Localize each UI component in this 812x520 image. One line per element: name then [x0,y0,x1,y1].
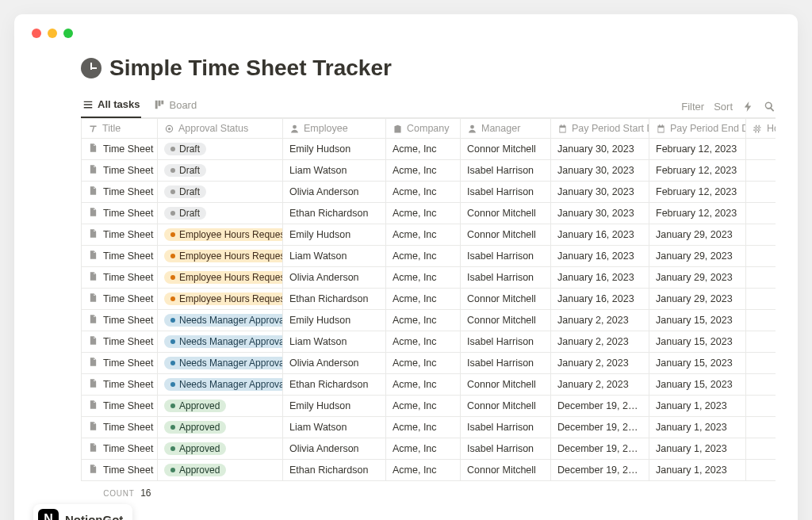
page-icon [88,143,98,155]
end-date-cell: January 29, 2023 [649,246,746,267]
approval-cell[interactable]: Draft [158,160,283,182]
sort-button[interactable]: Sort [714,101,733,113]
start-date-cell: December 19, 2022 [551,438,649,460]
table-row[interactable]: Time SheetNeeds Manager ApprovalLiam Wat… [82,331,776,353]
automations-button[interactable] [742,101,754,113]
hours-cell [746,396,776,417]
table-row[interactable]: Time SheetApprovedEthan RichardsonAcme, … [82,460,776,481]
row-title-text: Time Sheet [103,336,153,347]
manager-cell: Isabel Harrison [461,267,551,289]
row-title-text: Time Sheet [103,272,153,283]
status-label: Employee Hours Requested [179,229,283,240]
approval-cell[interactable]: Approved [158,438,283,460]
col-header-employee[interactable]: Employee [283,119,386,139]
approval-cell[interactable]: Draft [158,139,283,160]
svg-point-3 [470,124,474,128]
approval-cell[interactable]: Needs Manager Approval [158,331,283,353]
table-row[interactable]: Time SheetEmployee Hours RequestedLiam W… [82,246,776,267]
row-title-text: Time Sheet [103,443,153,454]
tab-all-tasks[interactable]: All tasks [81,94,141,118]
approval-cell[interactable]: Draft [158,203,283,224]
row-title-cell: Time Sheet [88,185,151,198]
status-pill: Approved [164,464,226,476]
page-icon [88,357,98,369]
table-row[interactable]: Time SheetDraftLiam WatsonAcme, IncIsabe… [82,160,776,182]
status-dot-icon [170,361,175,365]
manager-cell: Connor Mitchell [461,460,551,481]
search-button[interactable] [764,101,776,113]
col-header-title[interactable]: Title [82,119,158,139]
count-value: 16 [140,488,151,499]
status-pill: Draft [164,143,206,155]
manager-cell: Isabel Harrison [461,417,551,438]
employee-cell: Emily Hudson [283,310,386,331]
company-cell: Acme, Inc [386,374,461,396]
hours-cell [746,246,776,267]
brand-badge[interactable]: N NotionGot [33,504,132,520]
col-header-start-date[interactable]: Pay Period Start Date [551,119,649,139]
status-label: Approved [179,422,220,433]
table-row[interactable]: Time SheetNeeds Manager ApprovalEthan Ri… [82,374,776,396]
table-row[interactable]: Time SheetDraftEmily HudsonAcme, IncConn… [82,139,776,160]
approval-cell[interactable]: Employee Hours Requested [158,246,283,267]
table-row[interactable]: Time SheetNeeds Manager ApprovalOlivia A… [82,353,776,374]
close-icon[interactable] [32,29,41,38]
col-header-manager[interactable]: Manager [461,119,551,139]
approval-cell[interactable]: Needs Manager Approval [158,310,283,331]
approval-cell[interactable]: Approved [158,417,283,438]
approval-cell[interactable]: Employee Hours Requested [158,289,283,310]
status-label: Needs Manager Approval [179,315,283,326]
table-row[interactable]: Time SheetDraftEthan RichardsonAcme, Inc… [82,203,776,224]
minimize-icon[interactable] [48,29,57,38]
page-icon [88,292,98,305]
hours-cell [746,182,776,203]
maximize-icon[interactable] [63,29,73,38]
manager-cell: Isabel Harrison [461,160,551,182]
brand-name: NotionGot [65,513,123,521]
table-row[interactable]: Time SheetDraftOlivia AndersonAcme, IncI… [82,182,776,203]
col-header-hours[interactable]: Hours Wor [746,119,776,139]
page-icon [88,250,98,262]
number-icon [753,124,763,134]
manager-cell: Isabel Harrison [461,182,551,203]
table-row[interactable]: Time SheetEmployee Hours RequestedEthan … [82,289,776,310]
company-cell: Acme, Inc [386,310,461,331]
col-header-company[interactable]: Company [386,119,461,139]
table-row[interactable]: Time SheetApprovedEmily HudsonAcme, IncC… [82,396,776,417]
row-title-cell: Time Sheet [88,421,151,434]
table-row[interactable]: Time SheetEmployee Hours RequestedOlivia… [82,267,776,289]
end-date-cell: February 12, 2023 [649,203,746,224]
employee-cell: Ethan Richardson [283,460,386,481]
bolt-icon [742,101,754,113]
col-header-end-date[interactable]: Pay Period End Date [649,119,746,139]
approval-cell[interactable]: Needs Manager Approval [158,374,283,396]
status-pill: Draft [164,164,206,177]
col-header-approval[interactable]: Approval Status [158,119,283,139]
end-date-cell: January 15, 2023 [649,331,746,353]
row-title-cell: Time Sheet [88,464,151,476]
company-cell: Acme, Inc [386,353,461,374]
tab-board[interactable]: Board [152,94,198,117]
table-row[interactable]: Time SheetNeeds Manager ApprovalEmily Hu… [82,310,776,331]
status-dot-icon [170,403,175,408]
status-pill: Employee Hours Requested [164,292,283,305]
table-row[interactable]: Time SheetApprovedOlivia AndersonAcme, I… [82,438,776,460]
end-date-cell: February 12, 2023 [649,182,746,203]
filter-button[interactable]: Filter [681,101,704,113]
approval-cell[interactable]: Employee Hours Requested [158,267,283,289]
manager-cell: Isabel Harrison [461,438,551,460]
row-title-cell: Time Sheet [88,250,151,262]
row-title-text: Time Sheet [103,229,153,240]
calendar-icon [557,124,568,134]
status-pill: Approved [164,442,226,455]
table-row[interactable]: Time SheetApprovedLiam WatsonAcme, IncIs… [82,417,776,438]
end-date-cell: February 12, 2023 [649,139,746,160]
approval-cell[interactable]: Employee Hours Requested [158,224,283,246]
approval-cell[interactable]: Draft [158,182,283,203]
status-dot-icon [170,232,175,237]
approval-cell[interactable]: Needs Manager Approval [158,353,283,374]
approval-cell[interactable]: Approved [158,396,283,417]
approval-cell[interactable]: Approved [158,460,283,481]
employee-cell: Ethan Richardson [283,374,386,396]
table-row[interactable]: Time SheetEmployee Hours RequestedEmily … [82,224,776,246]
